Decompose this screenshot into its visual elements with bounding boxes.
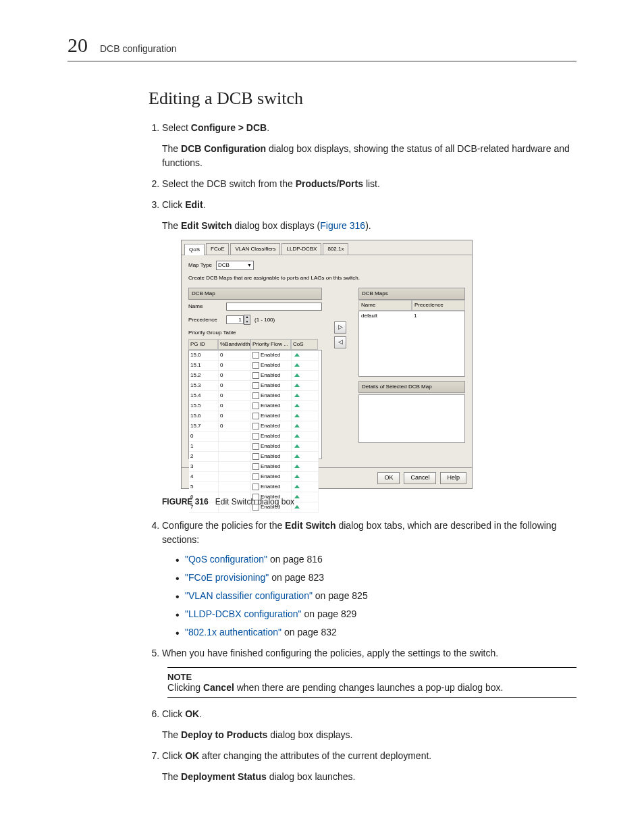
table-row[interactable]: 0Enabled (189, 432, 321, 442)
xref-link[interactable]: "802.1x authentication" (185, 627, 281, 637)
step-1: Select Configure > DCB. The DCB Configur… (162, 121, 576, 170)
move-left-button[interactable]: ◁ (334, 336, 346, 348)
map-type-label: Map Type (188, 261, 212, 269)
pgt-body: 15.00Enabled15.10Enabled15.20Enabled15.3… (188, 350, 322, 459)
edit-switch-dialog: QoS FCoE VLAN Classifiers LLDP-DCBX 802.… (181, 240, 473, 489)
xref-link[interactable]: "LLDP-DCBX configuration" (185, 608, 302, 619)
xref-link[interactable]: "VLAN classifier configuration" (185, 590, 313, 601)
cancel-button[interactable]: Cancel (404, 472, 436, 484)
xref-link[interactable]: "QoS configuration" (185, 554, 267, 565)
xref-item: "QoS configuration" on page 816 (176, 552, 576, 567)
xref-item: "LLDP-DCBX configuration" on page 829 (176, 607, 576, 621)
help-button[interactable]: Help (440, 472, 466, 484)
table-row[interactable]: 15.30Enabled (189, 381, 321, 391)
pgt-header: PG ID %Bandwidth Priority Flow ... CoS (188, 339, 322, 350)
dialog-tabs: QoS FCoE VLAN Classifiers LLDP-DCBX 802.… (182, 240, 472, 255)
page-number: 20 (68, 34, 88, 57)
table-row[interactable]: 15.60Enabled (189, 411, 321, 421)
name-input[interactable] (226, 303, 322, 311)
name-label: Name (188, 303, 222, 311)
precedence-label: Precedence (188, 316, 222, 324)
figure-link[interactable]: Figure 316 (320, 220, 365, 231)
tab-lldp[interactable]: LLDP-DCBX (281, 243, 321, 255)
pgt-label: Priority Group Table (188, 329, 322, 337)
xref-item: "VLAN classifier configuration" on page … (176, 589, 576, 603)
xref-item: "802.1x authentication" on page 832 (176, 625, 576, 640)
tab-vlan[interactable]: VLAN Classifiers (230, 243, 280, 255)
step-5: When you have finished configuring the p… (162, 646, 576, 660)
step-3: Click Edit. The Edit Switch dialog box d… (162, 198, 576, 508)
table-row[interactable]: 15.20Enabled (189, 371, 321, 381)
step-4: Configure the policies for the Edit Swit… (162, 519, 576, 640)
tab-qos[interactable]: QoS (184, 244, 205, 255)
table-row[interactable]: 2Enabled (189, 452, 321, 462)
page-header: 20 DCB configuration (68, 34, 576, 61)
tab-fcoe[interactable]: FCoE (206, 243, 229, 255)
xref-item: "FCoE provisioning" on page 823 (176, 571, 576, 585)
step-7: Click OK after changing the attributes o… (162, 749, 576, 784)
table-row[interactable]: 1Enabled (189, 442, 321, 452)
table-row[interactable]: 15.40Enabled (189, 391, 321, 401)
step-6: Click OK. The Deploy to Products dialog … (162, 707, 576, 742)
dialog-instruction: Create DCB Maps that are assignable to p… (188, 274, 465, 282)
details-panel (358, 394, 465, 443)
table-row[interactable]: 3Enabled (189, 462, 321, 472)
page-title: Editing a DCB switch (149, 88, 576, 109)
note: NOTE Clicking Cancel when there are pend… (167, 667, 576, 698)
breadcrumb: DCB configuration (100, 43, 177, 54)
table-row[interactable]: 15.00Enabled (189, 350, 321, 361)
ok-button[interactable]: OK (377, 472, 400, 484)
table-row[interactable]: 15.70Enabled (189, 421, 321, 432)
table-row[interactable]: 4Enabled (189, 472, 321, 482)
table-row[interactable]: 15.10Enabled (189, 361, 321, 371)
table-row[interactable]: 15.50Enabled (189, 401, 321, 411)
maps-list[interactable]: default 1 (358, 311, 465, 377)
dcb-map-title: DCB Map (188, 288, 322, 300)
tab-8021x[interactable]: 802.1x (323, 243, 348, 255)
table-row[interactable]: 5Enabled (189, 482, 321, 492)
figure-caption: FIGURE 316 Edit Switch dialog box (162, 496, 576, 508)
chevron-down-icon: ▼ (247, 262, 252, 269)
move-right-button[interactable]: ▷ (334, 321, 346, 334)
step-2: Select the DCB switch from the Products/… (162, 177, 576, 191)
map-type-select[interactable]: DCB ▼ (216, 261, 254, 270)
xref-link[interactable]: "FCoE provisioning" (185, 572, 269, 583)
precedence-spinner[interactable]: 1 ▲▼ (226, 315, 250, 325)
details-title: Details of Selected DCB Map (358, 381, 465, 393)
dcb-maps-title: DCB Maps (358, 288, 465, 300)
